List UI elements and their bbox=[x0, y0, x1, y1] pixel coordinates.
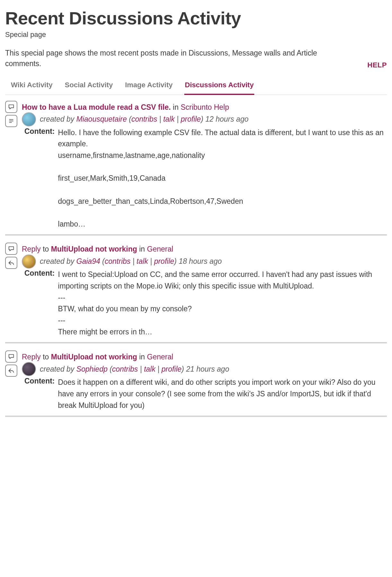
profile-link[interactable]: profile bbox=[161, 365, 182, 373]
profile-link[interactable]: profile bbox=[181, 115, 201, 123]
activity-feed: How to have a Lua module read a CSV file… bbox=[5, 101, 387, 417]
timestamp: 18 hours ago bbox=[179, 257, 222, 265]
author-link[interactable]: Sophiedp bbox=[76, 365, 108, 373]
reply-icon[interactable] bbox=[5, 365, 17, 377]
content-label: Content: bbox=[24, 127, 55, 136]
timestamp: 21 hours ago bbox=[186, 365, 229, 373]
post-title-link[interactable]: How to have a Lua module read a CSV file… bbox=[22, 103, 171, 111]
reply-target-link[interactable]: MultiUpload not working bbox=[51, 245, 137, 253]
contribs-link[interactable]: contribs bbox=[105, 257, 131, 265]
talk-link[interactable]: talk bbox=[144, 365, 155, 373]
content-body: Does it happen on a different wiki, and … bbox=[58, 377, 387, 411]
reply-link[interactable]: Reply bbox=[22, 245, 41, 253]
category-link[interactable]: General bbox=[147, 353, 173, 361]
tab-social-activity[interactable]: Social Activity bbox=[64, 78, 114, 95]
avatar[interactable] bbox=[22, 362, 36, 376]
profile-link[interactable]: profile bbox=[154, 257, 174, 265]
item-title-line: How to have a Lua module read a CSV file… bbox=[22, 101, 387, 112]
byline: created by Miaousquetaire (contribs | ta… bbox=[40, 115, 248, 124]
content-body: I went to Special:Upload on CC, and the … bbox=[58, 269, 387, 338]
content-label: Content: bbox=[24, 377, 55, 385]
content-label: Content: bbox=[24, 269, 55, 278]
item-title-line: Reply to MultiUpload not working in Gene… bbox=[22, 243, 387, 254]
reply-target-link[interactable]: MultiUpload not working bbox=[51, 353, 137, 361]
category-link[interactable]: Scribunto Help bbox=[181, 103, 229, 111]
tab-image-activity[interactable]: Image Activity bbox=[124, 78, 173, 95]
byline: created by Sophiedp (contribs | talk | p… bbox=[40, 365, 229, 374]
help-link[interactable]: HELP bbox=[367, 61, 387, 69]
reply-icon[interactable] bbox=[5, 257, 17, 269]
feed-item: Reply to MultiUpload not working in Gene… bbox=[5, 243, 387, 343]
avatar[interactable] bbox=[22, 112, 36, 126]
content-body: Hello. I have the following example CSV … bbox=[58, 127, 387, 230]
talk-link[interactable]: talk bbox=[163, 115, 175, 123]
tab-wiki-activity[interactable]: Wiki Activity bbox=[10, 78, 53, 95]
item-title-line: Reply to MultiUpload not working in Gene… bbox=[22, 350, 387, 362]
contribs-link[interactable]: contribs bbox=[131, 115, 157, 123]
comment-icon[interactable] bbox=[5, 101, 17, 113]
byline: created by Gaia94 (contribs | talk | pro… bbox=[40, 257, 222, 266]
category-link[interactable]: General bbox=[147, 245, 173, 253]
page-title: Recent Discussions Activity bbox=[5, 8, 387, 29]
intro-text: This special page shows the most recent … bbox=[5, 48, 345, 69]
comment-icon[interactable] bbox=[5, 350, 17, 363]
feed-item: Reply to MultiUpload not working in Gene… bbox=[5, 350, 387, 417]
tab-discussions-activity[interactable]: Discussions Activity bbox=[184, 78, 254, 95]
comment-icon[interactable] bbox=[5, 243, 17, 255]
author-link[interactable]: Gaia94 bbox=[76, 257, 100, 265]
feed-item: How to have a Lua module read a CSV file… bbox=[5, 101, 387, 236]
text-icon[interactable] bbox=[5, 115, 17, 127]
avatar[interactable] bbox=[22, 254, 36, 269]
author-link[interactable]: Miaousquetaire bbox=[76, 115, 127, 123]
talk-link[interactable]: talk bbox=[136, 257, 148, 265]
page-subhead: Special page bbox=[5, 30, 387, 39]
timestamp: 12 hours ago bbox=[205, 115, 248, 123]
reply-link[interactable]: Reply bbox=[22, 353, 41, 361]
tabs: Wiki ActivitySocial ActivityImage Activi… bbox=[5, 78, 387, 95]
contribs-link[interactable]: contribs bbox=[112, 365, 138, 373]
